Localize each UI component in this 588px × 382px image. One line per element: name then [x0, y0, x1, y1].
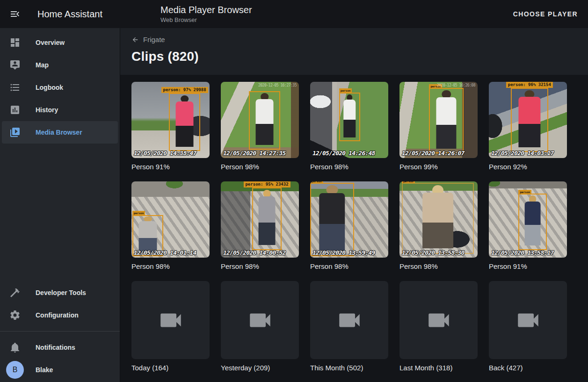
clip-item[interactable]: person 2020-12-05 16:26:08 12/05/2020 14…: [399, 82, 478, 171]
camera-timestamp: 12/05/2020 14:38:47: [134, 150, 196, 157]
sidebar-item-label: Map: [36, 61, 49, 69]
media-folder-item[interactable]: Today (164): [131, 281, 210, 372]
clip-thumbnail: person 2020-12-05 16:26:08 12/05/2020 14…: [399, 82, 478, 158]
detection-label: person: [132, 211, 145, 216]
sidebar-item-logbook[interactable]: Logbook: [2, 76, 118, 99]
video-camera-icon: [157, 307, 184, 334]
sidebar-item-label: Logbook: [36, 84, 63, 91]
panel-title: Media Player Browser: [160, 4, 252, 15]
media-grid-area: person: 97% 29988 12/05/2020 14:38:47 Pe…: [120, 75, 588, 382]
clip-thumbnail: person: 95% 23432 12/05/2020 14:00:52: [221, 181, 299, 258]
sidebar-item-label: Media Browser: [36, 129, 82, 136]
clip-item[interactable]: person 12/05/2020 14:26:48 Person 98%: [310, 82, 388, 171]
sidebar-item-label: Configuration: [36, 311, 79, 319]
sidebar-item-label: Overview: [36, 39, 65, 46]
clip-caption: Person 98%: [221, 262, 299, 270]
clip-caption: Person 99%: [399, 163, 478, 171]
folder-thumbnail: [399, 281, 478, 359]
clip-thumbnail: person 12/05/2020 13:58:30: [399, 181, 478, 258]
breadcrumb-back-frigate[interactable]: Frigate: [131, 36, 165, 43]
clip-thumbnail: person: 97% 29988 12/05/2020 14:38:47: [131, 82, 210, 158]
sidebar-item-media-browser[interactable]: Media Browser: [2, 121, 118, 144]
detection-label: person: 96% 32154: [506, 82, 553, 88]
sidebar-item-label: Notifications: [36, 344, 75, 351]
folder-caption: This Month (502): [310, 364, 388, 372]
media-folder-item[interactable]: Yesterday (209): [221, 281, 299, 372]
media-folder-item[interactable]: Back (427): [489, 281, 567, 372]
clip-thumbnail: 2020-12-05 16:27:35 12/05/2020 14:27:35: [221, 82, 299, 158]
camera-timestamp: 12/05/2020 14:03:17: [491, 150, 554, 157]
sidebar-item-overview[interactable]: Overview: [2, 31, 118, 54]
media-browser-panel: Frigate Clips (820) person: 97% 29988 12…: [120, 28, 588, 382]
folder-caption: Yesterday (209): [221, 364, 299, 372]
avatar: B: [6, 361, 24, 379]
clip-caption: Person 98%: [310, 262, 388, 270]
detection-bounding-box: person: 96% 32154: [511, 88, 548, 152]
clip-item[interactable]: person 12/05/2020 13:59:49 Person 98%: [310, 181, 388, 270]
sidebar-item-history[interactable]: History: [2, 99, 118, 121]
clip-item[interactable]: person 12/05/2020 13:58:30 Person 98%: [399, 181, 478, 270]
media-folder-item[interactable]: This Month (502): [310, 281, 388, 372]
breadcrumb-label: Frigate: [143, 36, 165, 43]
detection-label: person: [339, 88, 352, 93]
clips-grid: person: 97% 29988 12/05/2020 14:38:47 Pe…: [131, 82, 577, 270]
page-title: Clips (820): [131, 49, 577, 64]
detection-bounding-box: person: 95% 23432: [252, 187, 282, 250]
folder-caption: Back (427): [489, 364, 567, 372]
detection-bounding-box: [249, 91, 280, 150]
camera-timestamp: 12/05/2020 13:58:30: [402, 249, 465, 256]
clip-caption: Person 98%: [221, 163, 299, 171]
clip-item[interactable]: person 12/05/2020 13:58:17 Person 91%: [489, 181, 567, 270]
clip-thumbnail: person 12/05/2020 13:58:17: [489, 181, 567, 258]
sidebar-divider: [0, 331, 120, 332]
chart-box-icon: [9, 104, 21, 115]
media-folder-item[interactable]: Last Month (318): [399, 281, 478, 372]
camera-timestamp: 12/05/2020 13:59:49: [312, 249, 375, 256]
camera-corner-timestamp: 2020-12-05 16:27:35: [258, 83, 297, 87]
panel-subtitle: Web Browser: [160, 16, 252, 23]
camera-timestamp: 12/05/2020 14:01:14: [134, 249, 196, 256]
sidebar-item-label: Developer Tools: [36, 289, 86, 296]
sidebar-item-configuration[interactable]: Configuration: [2, 304, 118, 326]
clip-item[interactable]: person: 97% 29988 12/05/2020 14:38:47 Pe…: [131, 82, 210, 171]
detection-label: person: 95% 23432: [243, 181, 290, 187]
detection-label: person: [310, 181, 323, 183]
clip-caption: Person 98%: [131, 262, 210, 270]
bell-icon: [9, 342, 21, 353]
clip-thumbnail: person: 96% 32154 12/05/2020 14:03:17: [489, 82, 567, 158]
clip-item[interactable]: 2020-12-05 16:27:35 12/05/2020 14:27:35 …: [221, 82, 299, 171]
folder-caption: Today (164): [131, 364, 210, 372]
clip-item[interactable]: person: 96% 32154 12/05/2020 14:03:17 Pe…: [489, 82, 567, 171]
clip-thumbnail: person 12/05/2020 14:01:14: [131, 181, 210, 258]
detection-bounding-box: person: [518, 194, 546, 250]
camera-corner-timestamp: 2020-12-05 16:26:08: [437, 83, 475, 87]
sidebar-item-notifications[interactable]: Notifications: [2, 336, 118, 359]
clip-caption: Person 92%: [489, 163, 567, 171]
choose-player-button[interactable]: CHOOSE PLAYER: [509, 0, 581, 28]
sidebar: Overview Map Logbook History Media Brows…: [0, 28, 120, 382]
video-camera-icon: [336, 307, 363, 334]
detection-bounding-box: person: [310, 183, 354, 256]
sidebar-item-map[interactable]: Map: [2, 54, 118, 76]
camera-timestamp: 12/05/2020 14:26:07: [402, 150, 465, 157]
detection-bounding-box: person: [402, 183, 474, 254]
video-camera-icon: [515, 307, 542, 334]
camera-timestamp: 12/05/2020 14:27:35: [223, 150, 286, 157]
camera-timestamp: 12/05/2020 14:00:52: [223, 249, 286, 256]
app-toolbar: Home Assistant Media Player Browser Web …: [0, 0, 588, 28]
sidebar-toggle-button[interactable]: [4, 3, 26, 25]
camera-timestamp: 12/05/2020 13:58:17: [491, 249, 554, 256]
arrow-left-icon: [131, 36, 139, 43]
detection-bounding-box: person: 97% 29988: [169, 93, 200, 151]
folder-thumbnail: [310, 281, 388, 359]
folder-caption: Last Month (318): [399, 364, 478, 372]
sidebar-item-user-profile[interactable]: B Blake: [2, 359, 118, 381]
clip-item[interactable]: person 12/05/2020 14:01:14 Person 98%: [131, 181, 210, 270]
clip-item[interactable]: person: 95% 23432 12/05/2020 14:00:52 Pe…: [221, 181, 299, 270]
clip-thumbnail: person 12/05/2020 14:26:48: [310, 82, 388, 158]
clip-caption: Person 98%: [399, 262, 478, 270]
folder-thumbnail: [489, 281, 567, 359]
sidebar-item-developer-tools[interactable]: Developer Tools: [2, 281, 118, 304]
detection-label: person: 97% 29988: [161, 87, 208, 93]
play-box-multiple-icon: [9, 127, 21, 138]
